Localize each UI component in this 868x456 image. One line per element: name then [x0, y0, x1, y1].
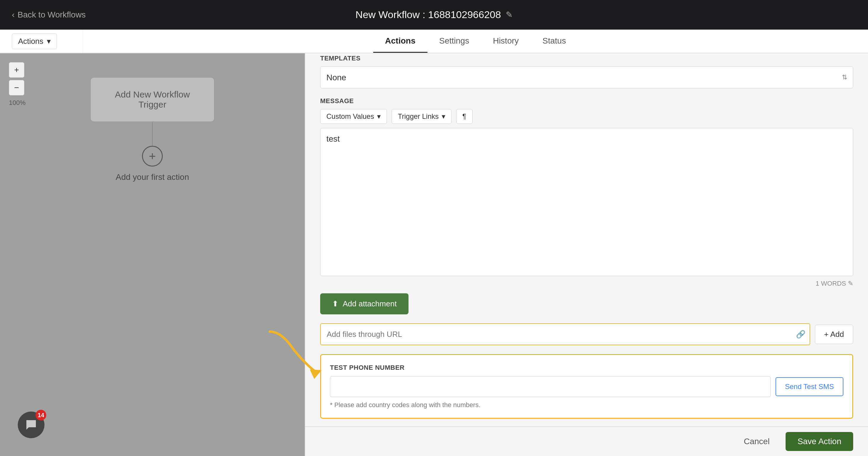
zoom-out-button[interactable]: −	[9, 80, 24, 95]
workflow-title: New Workflow : 1688102966208 ✎	[355, 9, 513, 21]
message-label: Message	[320, 97, 853, 105]
message-toolbar: Custom Values ▾ Trigger Links ▾ ¶	[320, 109, 853, 124]
url-input[interactable]	[320, 323, 810, 345]
edit-title-icon[interactable]: ✎	[506, 10, 513, 20]
message-textarea[interactable]	[320, 128, 853, 276]
templates-select-wrapper: None ⇅	[320, 66, 853, 88]
panel-content: Action Name Templates None ⇅ Message Cus…	[305, 0, 868, 456]
top-nav: ‹ Back to Workflows New Workflow : 16881…	[0, 0, 868, 30]
templates-select[interactable]: None	[320, 66, 853, 88]
word-count: 1 WORDS ✎	[320, 280, 853, 287]
zoom-level: 100%	[9, 99, 26, 107]
back-label: Back to Workflows	[18, 10, 86, 20]
edit-message-icon[interactable]: ✎	[848, 280, 853, 287]
right-panel: Action Name Templates None ⇅ Message Cus…	[305, 0, 868, 456]
test-phone-section: TEST PHONE NUMBER Send Test SMS * Please…	[320, 354, 853, 419]
back-to-workflows-link[interactable]: ‹ Back to Workflows	[12, 10, 86, 20]
tab-settings[interactable]: Settings	[428, 30, 481, 53]
chat-svg-icon	[24, 418, 38, 432]
actions-dropdown-area: Actions ▾	[0, 30, 83, 53]
add-attachment-button[interactable]: ⬆ Add attachment	[320, 293, 408, 314]
test-phone-label: TEST PHONE NUMBER	[330, 364, 843, 371]
tab-history[interactable]: History	[481, 30, 531, 53]
chat-notification-badge: 14	[36, 410, 46, 420]
templates-label: Templates	[320, 55, 853, 62]
add-action-label: Add your first action	[116, 172, 189, 182]
test-phone-note: * Please add country codes along with th…	[330, 401, 843, 409]
tab-status[interactable]: Status	[531, 30, 578, 53]
plus-icon: +	[14, 65, 19, 75]
workflow-canvas: Add New Workflow Trigger + Add your firs…	[0, 53, 305, 456]
connector-line	[152, 122, 153, 146]
zoom-controls: + − 100%	[9, 62, 26, 107]
paragraph-format-button[interactable]: ¶	[456, 109, 472, 124]
url-row: 🔗 + Add	[320, 323, 853, 345]
actions-dropdown-button[interactable]: Actions ▾	[12, 33, 57, 49]
add-action-button[interactable]: +	[142, 146, 163, 166]
tab-actions[interactable]: Actions	[373, 30, 428, 53]
trigger-links-chevron: ▾	[442, 112, 445, 121]
trigger-links-button[interactable]: Trigger Links ▾	[392, 109, 452, 124]
send-test-sms-button[interactable]: Send Test SMS	[776, 377, 843, 396]
upload-icon: ⬆	[332, 299, 339, 308]
zoom-in-button[interactable]: +	[9, 62, 24, 78]
header-tab-row: Actions ▾ Actions Settings History Statu…	[0, 30, 868, 53]
bottom-action-bar: Cancel Save Action	[305, 426, 868, 456]
chat-icon: 14	[18, 412, 44, 438]
chat-badge[interactable]: 14	[18, 412, 44, 438]
test-phone-row: Send Test SMS	[330, 376, 843, 397]
add-url-button[interactable]: + Add	[815, 325, 853, 344]
tab-bar-center: Actions Settings History Status	[83, 30, 868, 53]
test-phone-input[interactable]	[330, 376, 771, 397]
link-icon: 🔗	[796, 330, 805, 339]
actions-dropdown-label: Actions	[18, 37, 43, 46]
dropdown-chevron-icon: ▾	[47, 37, 51, 46]
custom-values-chevron: ▾	[377, 112, 381, 121]
plus-circle-icon: +	[149, 150, 156, 163]
add-trigger-node[interactable]: Add New Workflow Trigger	[90, 77, 215, 122]
paragraph-icon: ¶	[462, 112, 466, 121]
back-arrow-icon: ‹	[12, 10, 14, 20]
save-action-button[interactable]: Save Action	[785, 432, 853, 451]
minus-icon: −	[14, 83, 19, 92]
cancel-button[interactable]: Cancel	[735, 432, 778, 451]
custom-values-button[interactable]: Custom Values ▾	[320, 109, 387, 124]
trigger-label: Add New Workflow Trigger	[115, 90, 190, 109]
url-input-wrapper: 🔗	[320, 323, 810, 345]
